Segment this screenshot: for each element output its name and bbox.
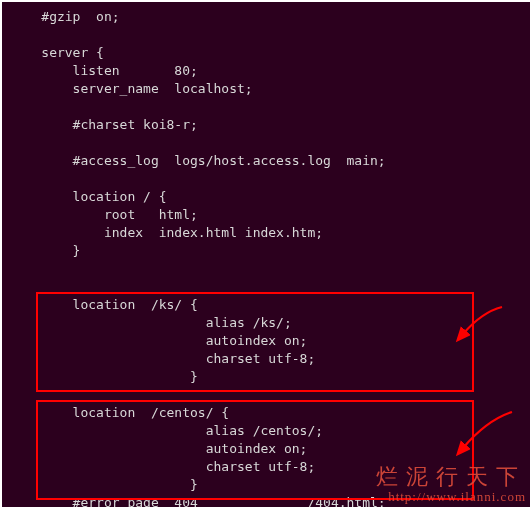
terminal-window: #gzip on; server { listen 80; server_nam… — [2, 2, 530, 507]
nginx-config-code: #gzip on; server { listen 80; server_nam… — [10, 8, 522, 507]
